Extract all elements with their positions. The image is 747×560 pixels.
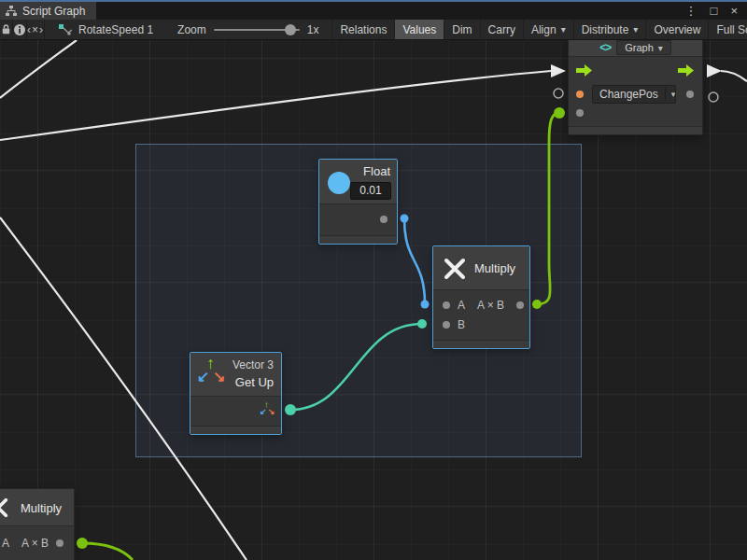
tab-bar: Script Graph ⋮ □ × (0, 2, 747, 20)
port-a-label: A (458, 300, 465, 311)
wire-endpoint (77, 538, 88, 549)
zoom-slider[interactable] (214, 29, 300, 31)
zoom-control: Zoom 1x (177, 23, 318, 36)
wire-endpoint (554, 107, 565, 119)
align-button[interactable]: Align▾ (523, 20, 573, 40)
distribute-button[interactable]: Distribute▾ (573, 20, 646, 40)
zoom-label: Zoom (177, 23, 206, 36)
node-header: Float 0.01 (319, 160, 397, 204)
float-output-port[interactable] (380, 216, 388, 223)
graph-canvas[interactable]: <> Graph ▾ ChangePos ▾ Float 0.01 (0, 40, 747, 560)
graph-toolbar: ‹×› RotateSpeed 1 Zoom 1x Relations Valu… (0, 20, 747, 40)
changepos-dropdown[interactable]: ChangePos ▾ (592, 85, 676, 104)
port-circle-right[interactable] (709, 92, 718, 102)
code-view-button[interactable]: ‹×› (27, 20, 45, 40)
maximize-icon[interactable]: □ (711, 4, 718, 18)
port-a-dot[interactable] (443, 301, 450, 309)
window-controls: ⋮ □ × (685, 2, 747, 20)
graph-breadcrumb[interactable]: RotateSpeed 1 (58, 23, 153, 36)
multiply-icon (443, 257, 467, 281)
node-type-label: Vector 3 (233, 358, 274, 371)
value-input-port[interactable] (576, 91, 584, 98)
graph-glyph-icon: <> (599, 41, 611, 54)
overview-button[interactable]: Overview (645, 20, 708, 40)
port-a-label: A (2, 538, 9, 549)
code-icon: ‹×› (27, 23, 44, 36)
zoom-value: 1x (307, 23, 319, 36)
node-title: Get Up (235, 375, 274, 389)
dim-button[interactable]: Dim (444, 20, 479, 40)
port-out-label: A × B (21, 538, 49, 549)
node-multiply-2[interactable]: Multiply A A × B (0, 488, 75, 560)
wire-white-topleft (0, 40, 77, 98)
node-header: Multiply (433, 246, 529, 290)
flow-output-arrow-icon[interactable] (678, 64, 695, 77)
port-circle-left[interactable] (554, 89, 563, 98)
node-footer (433, 340, 529, 348)
zoom-slider-handle[interactable] (285, 24, 296, 35)
node-title: Float (363, 164, 390, 178)
node-header: Multiply (0, 489, 74, 526)
window-focus-accent (0, 0, 747, 2)
node-title: Multiply (474, 261, 515, 275)
float-icon (328, 172, 350, 194)
script-graph-window: { "window": { "tab_title": "Script Graph… (0, 0, 747, 560)
lock-icon (0, 23, 12, 35)
tab-title: Script Graph (22, 5, 85, 18)
flow-arrowhead-right (707, 64, 722, 77)
port-b-label: B (458, 319, 465, 330)
node-header: <> Graph ▾ (569, 40, 702, 57)
chevron-down-icon: ▾ (665, 88, 676, 101)
fullscreen-button[interactable]: Full Screen (708, 20, 747, 40)
lock-button[interactable] (0, 20, 13, 40)
graph-dropdown[interactable]: Graph ▾ (616, 40, 671, 55)
wire-white-to-graph-input (0, 71, 551, 140)
port-out-label: A × B (477, 300, 504, 311)
wire-white-from-graph-output (721, 71, 747, 81)
flow-arrowhead-left (551, 64, 566, 77)
node-graph-changepos[interactable]: <> Graph ▾ ChangePos ▾ (568, 40, 703, 135)
value-input-port-2[interactable] (576, 109, 584, 117)
vector3-icon: ↑ ↙ ↘ (196, 357, 228, 394)
chevron-down-icon: ▾ (633, 24, 638, 35)
node-footer (190, 426, 281, 434)
node-vector3-getup[interactable]: ↑ ↙ ↘ Vector 3 Get Up ↑ ↙ ↘ (190, 352, 282, 435)
relations-button[interactable]: Relations (331, 20, 394, 40)
node-footer (319, 235, 397, 244)
tab-script-graph[interactable]: Script Graph (0, 2, 96, 20)
node-multiply[interactable]: Multiply A A × B B (432, 245, 530, 349)
chevron-down-icon: ▾ (561, 24, 566, 35)
port-out-dot[interactable] (56, 539, 63, 547)
port-out-dot[interactable] (516, 301, 524, 309)
hierarchy-icon (6, 6, 17, 17)
value-output-port[interactable] (686, 91, 694, 98)
vector3-output-icon[interactable]: ↑ ↙ ↘ (260, 401, 275, 418)
chevron-down-icon: ▾ (658, 43, 663, 53)
port-b-dot[interactable] (443, 321, 450, 329)
info-button[interactable] (13, 20, 27, 40)
values-button[interactable]: Values (394, 20, 444, 40)
breadcrumb-label: RotateSpeed 1 (78, 23, 153, 36)
node-float[interactable]: Float 0.01 (318, 159, 398, 245)
wire-multiply2-output (82, 543, 133, 560)
flow-input-arrow-icon[interactable] (576, 64, 593, 77)
node-title: Multiply (21, 501, 62, 515)
multiply-icon (0, 497, 9, 519)
window-menu-icon[interactable]: ⋮ (685, 4, 698, 18)
node-header: ↑ ↙ ↘ Vector 3 Get Up (190, 353, 281, 397)
script-graph-icon (58, 23, 73, 36)
carry-button[interactable]: Carry (480, 20, 523, 40)
toolbar-buttons: Relations Values Dim Carry Align▾ Distri… (331, 20, 747, 40)
info-icon (13, 23, 26, 36)
node-footer (569, 126, 702, 134)
close-icon[interactable]: × (730, 4, 738, 18)
float-value-input[interactable]: 0.01 (350, 182, 391, 200)
